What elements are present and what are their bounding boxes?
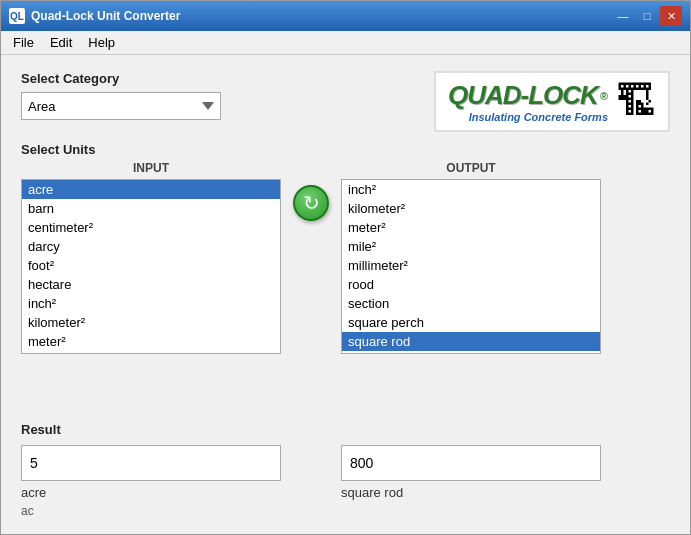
list-item[interactable]: kilometer² <box>22 313 280 332</box>
menu-help[interactable]: Help <box>80 33 123 52</box>
units-section: Select Units INPUT acre barn centimeter²… <box>21 142 670 412</box>
output-value-field[interactable] <box>341 445 601 481</box>
app-icon: QL <box>9 8 25 24</box>
list-item[interactable]: mile² <box>342 237 600 256</box>
list-item[interactable]: inch² <box>342 180 600 199</box>
list-item[interactable]: rood <box>342 275 600 294</box>
list-item[interactable]: acre <box>22 180 280 199</box>
list-item[interactable]: centimeter² <box>22 218 280 237</box>
input-unit-abbr: ac <box>21 504 281 518</box>
output-column: OUTPUT inch² kilometer² meter² mile² mil… <box>341 161 601 354</box>
logo-brand: QUAD-LOCK <box>448 80 598 111</box>
list-item[interactable]: darcy <box>22 237 280 256</box>
category-section: Select Category Area Length Volume Mass … <box>21 71 221 120</box>
main-content: Select Category Area Length Volume Mass … <box>1 55 690 534</box>
output-listbox[interactable]: inch² kilometer² meter² mile² millimeter… <box>341 179 601 354</box>
result-label: Result <box>21 422 670 437</box>
window-title: Quad-Lock Unit Converter <box>31 9 606 23</box>
titlebar: QL Quad-Lock Unit Converter — □ ✕ <box>1 1 690 31</box>
input-result-col: acre ac <box>21 445 281 518</box>
list-item[interactable]: millimeter² <box>342 256 600 275</box>
list-item[interactable]: foot² <box>22 256 280 275</box>
output-result-col: square rod <box>341 445 601 504</box>
category-label: Select Category <box>21 71 221 86</box>
result-row: acre ac square rod <box>21 445 670 518</box>
list-item[interactable]: inch² <box>22 294 280 313</box>
swap-icon: ↻ <box>303 191 320 215</box>
titlebar-controls: — □ ✕ <box>612 6 682 26</box>
menu-edit[interactable]: Edit <box>42 33 80 52</box>
units-columns: INPUT acre barn centimeter² darcy foot² … <box>21 161 670 354</box>
list-item[interactable]: hectare <box>22 275 280 294</box>
list-item[interactable]: meter² <box>22 332 280 351</box>
list-item[interactable]: barn <box>22 199 280 218</box>
category-dropdown[interactable]: Area Length Volume Mass Temperature Pres… <box>21 92 221 120</box>
input-listbox[interactable]: acre barn centimeter² darcy foot² hectar… <box>21 179 281 354</box>
logo-area: QUAD-LOCK ® Insulating Concrete Forms 🏗 <box>434 71 670 132</box>
top-row: Select Category Area Length Volume Mass … <box>21 71 670 132</box>
output-unit-name: square rod <box>341 485 601 500</box>
logo-registered: ® <box>600 90 608 102</box>
list-item[interactable]: kilometer² <box>342 199 600 218</box>
list-item[interactable]: section <box>342 294 600 313</box>
main-window: QL Quad-Lock Unit Converter — □ ✕ File E… <box>0 0 691 535</box>
input-column: INPUT acre barn centimeter² darcy foot² … <box>21 161 281 354</box>
menubar: File Edit Help <box>1 31 690 55</box>
input-unit-name: acre <box>21 485 281 500</box>
minimize-button[interactable]: — <box>612 6 634 26</box>
maximize-button[interactable]: □ <box>636 6 658 26</box>
logo-subtitle: Insulating Concrete Forms <box>469 111 608 123</box>
swap-button[interactable]: ↻ <box>293 185 329 221</box>
list-item[interactable]: square perch <box>342 313 600 332</box>
result-section: Result acre ac square rod <box>21 422 670 518</box>
units-label: Select Units <box>21 142 670 157</box>
logo-building-icon: 🏗 <box>616 79 656 124</box>
input-value-field[interactable] <box>21 445 281 481</box>
close-button[interactable]: ✕ <box>660 6 682 26</box>
output-column-label: OUTPUT <box>446 161 495 175</box>
list-item[interactable]: square rod <box>342 332 600 351</box>
list-item[interactable]: meter² <box>342 218 600 237</box>
swap-button-area: ↻ <box>281 161 341 221</box>
menu-file[interactable]: File <box>5 33 42 52</box>
input-column-label: INPUT <box>133 161 169 175</box>
